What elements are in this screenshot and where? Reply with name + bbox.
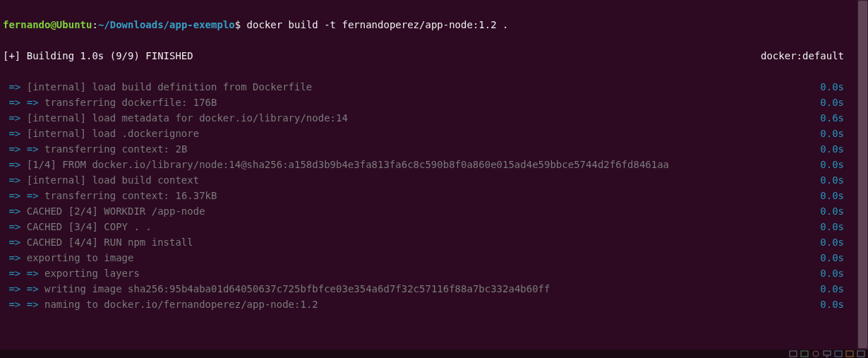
build-step-text: [internal] load build definition from Do… [27,81,313,93]
build-steps: => [internal] load build definition from… [3,79,865,312]
build-step-time: 0.0s [820,203,844,219]
build-step-text: CACHED [4/4] RUN npm install [27,237,193,248]
build-step-text: writing image sha256:95b4aba01d64050637c… [44,283,550,294]
svg-rect-5 [835,351,842,357]
prompt-user: fernando@Ubuntu [3,19,92,30]
tray-icon-generic[interactable] [789,350,797,357]
build-step-row: => CACHED [2/4] WORKDIR /app-node0.0s [3,203,844,219]
svg-rect-3 [824,351,831,355]
build-step-left: => exporting to image [3,250,133,265]
build-step-left: => [internal] load metadata for docker.i… [3,110,348,126]
build-step-time: 0.0s [820,141,844,157]
build-step-text: transferring context: 16.37kB [44,190,217,201]
arrow-icon: => => [3,97,44,108]
build-step-text: transferring context: 2B [44,143,187,155]
arrow-icon: => [3,174,27,186]
build-step-text: [1/4] FROM docker.io/library/node:14@sha… [27,159,669,170]
build-header-row: [+] Building 1.0s (9/9) FINISHEDdocker:d… [3,48,844,64]
build-step-time: 0.6s [820,110,844,126]
build-step-row: => => exporting layers0.0s [3,265,844,281]
tray-icon-generic[interactable] [800,350,809,357]
build-step-text: [internal] load metadata for docker.io/l… [27,112,348,124]
build-step-row: => => transferring context: 16.37kB0.0s [3,188,844,203]
build-step-row: => [internal] load metadata for docker.i… [3,110,844,126]
build-step-row: => [1/4] FROM docker.io/library/node:14@… [3,157,844,172]
prompt-sep: : [92,19,97,30]
arrow-icon: => [3,112,27,124]
svg-rect-7 [857,351,864,357]
arrow-icon: => [3,205,27,217]
build-step-text: transferring dockerfile: 176B [44,97,217,108]
arrow-icon: => [3,252,27,263]
build-step-left: => => naming to docker.io/fernandoperez/… [3,297,318,312]
build-step-row: => => naming to docker.io/fernandoperez/… [3,297,844,312]
prompt-line: fernando@Ubuntu:~/Downloads/app-exemplo$… [3,17,865,32]
arrow-icon: => [3,237,27,248]
build-step-left: => [internal] load .dockerignore [3,126,199,141]
arrow-icon: => => [3,299,44,310]
arrow-icon: => => [3,143,44,155]
build-step-text: exporting to image [27,252,134,263]
build-step-left: => [internal] load build context [3,172,199,188]
build-step-time: 0.0s [820,157,844,172]
build-step-row: => => transferring dockerfile: 176B0.0s [3,95,844,110]
build-step-time: 0.0s [820,234,844,250]
build-step-left: => => transferring context: 16.37kB [3,188,217,203]
build-step-left: => => writing image sha256:95b4aba01d640… [3,281,550,297]
build-step-time: 0.0s [820,126,844,141]
prompt-dollar: $ [235,19,241,30]
scrollbar-thumb[interactable] [858,1,867,348]
svg-rect-6 [846,351,853,357]
scrollbar-track[interactable] [857,0,868,350]
build-step-row: => exporting to image0.0s [3,250,844,265]
build-step-time: 0.0s [820,281,844,297]
build-step-time: 0.0s [820,95,844,110]
build-step-time: 0.0s [820,250,844,265]
build-header-left: [+] Building 1.0s (9/9) FINISHED [3,48,193,64]
svg-point-2 [813,351,819,357]
arrow-icon: => => [3,283,44,294]
build-step-row: => [internal] load .dockerignore0.0s [3,126,844,141]
build-step-row: => [internal] load build context0.0s [3,172,844,188]
build-step-left: => [internal] load build definition from… [3,79,312,95]
build-step-time: 0.0s [820,172,844,188]
build-header-right: docker:default [761,48,844,64]
build-step-row: => CACHED [3/4] COPY . .0.0s [3,219,844,234]
build-step-left: => => exporting layers [3,265,140,281]
build-step-time: 0.0s [820,297,844,312]
build-step-time: 0.0s [820,79,844,95]
arrow-icon: => => [3,190,44,201]
build-step-left: => => transferring dockerfile: 176B [3,95,217,110]
prompt-path: ~/Downloads/app-exemplo [98,19,235,30]
build-step-left: => CACHED [2/4] WORKDIR /app-node [3,203,205,219]
tray-icon-generic[interactable] [845,350,854,357]
svg-rect-1 [801,351,808,357]
build-step-left: => => transferring context: 2B [3,141,187,157]
arrow-icon: => [3,159,27,170]
tray-icon-generic[interactable] [812,350,820,357]
build-step-text: CACHED [2/4] WORKDIR /app-node [27,205,205,217]
tray-icon-display[interactable] [823,350,831,357]
build-step-text: CACHED [3/4] COPY . . [27,221,152,232]
tray-icon-generic[interactable] [834,350,843,357]
system-tray [789,350,865,357]
svg-rect-0 [790,351,797,357]
build-step-text: [internal] load build context [27,174,199,186]
build-step-left: => CACHED [3/4] COPY . . [3,219,152,234]
build-step-time: 0.0s [820,265,844,281]
terminal-output[interactable]: fernando@Ubuntu:~/Downloads/app-exemplo$… [0,0,868,358]
build-step-row: => => writing image sha256:95b4aba01d640… [3,281,844,297]
command-text: docker build -t fernandoperez/app-node:1… [241,19,508,30]
blank-line [3,328,865,343]
build-step-row: => [internal] load build definition from… [3,79,844,95]
tray-icon-generic[interactable] [857,350,865,357]
taskbar [0,350,868,358]
build-step-time: 0.0s [820,219,844,234]
build-step-row: => => transferring context: 2B0.0s [3,141,844,157]
build-step-text: exporting layers [44,268,140,279]
build-step-text: [internal] load .dockerignore [27,128,199,139]
arrow-icon: => [3,128,27,139]
build-step-left: => [1/4] FROM docker.io/library/node:14@… [3,157,669,172]
build-step-text: naming to docker.io/fernandoperez/app-no… [44,299,318,310]
build-step-time: 0.0s [820,188,844,203]
